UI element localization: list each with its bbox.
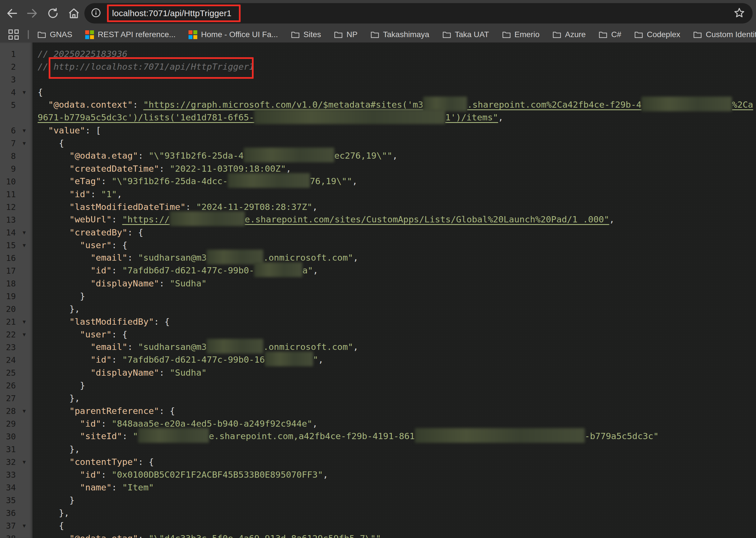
fold-arrow-icon[interactable]: ▾ bbox=[16, 226, 32, 239]
json-punctuation: }, bbox=[38, 444, 80, 454]
forward-arrow-icon bbox=[25, 7, 38, 20]
line-number: 24 bbox=[0, 355, 16, 365]
bookmark-item[interactable]: REST API reference... bbox=[85, 30, 175, 39]
bookmark-label: NP bbox=[347, 30, 357, 39]
fold-arrow-icon[interactable]: ▾ bbox=[16, 86, 32, 99]
json-string: "\"93f1b2f6-25da-4 bbox=[149, 150, 244, 160]
code-text: "createdBy": { bbox=[32, 226, 143, 239]
bookmark-item[interactable]: Codeplex bbox=[634, 30, 680, 39]
line-number: 17 bbox=[0, 266, 16, 276]
home-button[interactable] bbox=[65, 4, 83, 23]
json-punctuation: : bbox=[127, 342, 138, 351]
code-line: 23 "email": "sudharsan@m3.onmicrosoft.co… bbox=[0, 341, 756, 353]
redaction-blur bbox=[415, 428, 585, 443]
code-text: "eTag": "\"93f1b2f6-25da-4dcc-76,19\"", bbox=[32, 174, 357, 189]
code-line: 19 } bbox=[0, 290, 756, 302]
comment-highlight-box bbox=[49, 57, 254, 79]
fold-arrow-icon[interactable]: ▾ bbox=[16, 519, 32, 532]
code-line: 6▾ "value": [ bbox=[0, 124, 756, 137]
bookmark-item[interactable]: GNAS bbox=[37, 30, 72, 39]
json-link[interactable]: 9671-b779a5c5dc3c')/lists('1ed1d781-6f65… bbox=[38, 112, 254, 122]
json-key: "siteId" bbox=[80, 431, 122, 441]
refresh-button[interactable] bbox=[44, 4, 62, 23]
json-punctuation: : { bbox=[159, 406, 175, 416]
json-link[interactable]: "https://graph.microsoft.com/v1.0/$metad… bbox=[143, 99, 423, 109]
json-punctuation: : bbox=[122, 431, 133, 441]
fold-arrow-icon[interactable]: ▾ bbox=[16, 137, 32, 150]
redaction-blur bbox=[207, 339, 263, 353]
line-number: 18 bbox=[0, 279, 16, 289]
json-link[interactable]: "https:// bbox=[122, 214, 170, 224]
json-link[interactable]: .sharepoint.com%2Ca42fb4ce-f29b-4 bbox=[467, 99, 641, 109]
code-text: "contentType": { bbox=[32, 456, 154, 468]
json-key: "id" bbox=[80, 469, 101, 480]
bookmark-item[interactable]: Takashimaya bbox=[370, 30, 429, 39]
fold-arrow-icon[interactable]: ▾ bbox=[16, 315, 32, 328]
apps-grid-icon[interactable] bbox=[9, 29, 19, 40]
code-line: 11 "id": "1", bbox=[0, 188, 756, 200]
line-number: 34 bbox=[0, 483, 16, 492]
json-punctuation: : bbox=[138, 533, 149, 538]
code-text: "id": "7afdb6d7-d621-477c-99b0-a", bbox=[32, 263, 318, 278]
code-text: "parentReference": { bbox=[32, 404, 175, 417]
json-punctuation: , bbox=[312, 418, 318, 429]
bookmark-label: Taka UAT bbox=[455, 30, 489, 39]
fold-arrow-icon[interactable]: ▾ bbox=[16, 328, 32, 341]
fold-arrow-icon[interactable]: ▾ bbox=[16, 124, 32, 137]
code-text: { bbox=[32, 519, 64, 532]
url-bar[interactable]: localhost:7071/api/HttpTrigger1 bbox=[84, 3, 753, 24]
bookmark-item[interactable]: Home - Office UI Fa... bbox=[189, 30, 278, 39]
bookmark-page-button[interactable] bbox=[732, 6, 747, 21]
bookmark-label: Codeplex bbox=[647, 30, 680, 39]
line-number: 4 bbox=[0, 87, 16, 97]
back-button[interactable] bbox=[3, 4, 22, 23]
bookmark-item[interactable]: Azure bbox=[552, 30, 586, 39]
line-number: 38 bbox=[0, 534, 16, 538]
code-line: 34 "name": "Item" bbox=[0, 481, 756, 494]
json-link[interactable]: 1')/items" bbox=[445, 112, 498, 122]
code-line: 32▾ "contentType": { bbox=[0, 456, 756, 468]
bookmark-item[interactable]: C# bbox=[599, 30, 621, 39]
json-link[interactable]: e.sharepoint.com/sites/CustomApps/Lists/… bbox=[245, 214, 609, 224]
code-line: 18 "displayName": "Sudha" bbox=[0, 277, 756, 290]
json-punctuation: }, bbox=[38, 393, 80, 403]
url-text[interactable]: localhost:7071/api/HttpTrigger1 bbox=[112, 9, 231, 18]
json-punctuation: , bbox=[353, 252, 358, 262]
bookmark-label: Custom Identity Pr... bbox=[706, 30, 756, 39]
forward-button[interactable] bbox=[23, 4, 41, 23]
info-icon bbox=[90, 7, 102, 20]
line-number: 21 bbox=[0, 317, 16, 327]
code-line: 36 }, bbox=[0, 507, 756, 519]
json-punctuation bbox=[38, 482, 80, 492]
line-number: 1 bbox=[0, 49, 16, 59]
json-punctuation: , bbox=[312, 202, 318, 212]
json-punctuation: , bbox=[609, 214, 614, 224]
folder-icon bbox=[291, 31, 300, 38]
redaction-blur bbox=[228, 173, 310, 188]
json-link[interactable]: %2Ca bbox=[732, 99, 753, 109]
bookmark-item[interactable]: Custom Identity Pr... bbox=[693, 30, 756, 39]
page-info-button[interactable] bbox=[88, 5, 104, 22]
json-punctuation: : { bbox=[138, 457, 154, 467]
json-punctuation bbox=[38, 431, 80, 441]
json-punctuation bbox=[38, 189, 70, 199]
json-key: "user" bbox=[80, 329, 112, 340]
json-punctuation bbox=[38, 342, 91, 351]
bookmark-item[interactable]: NP bbox=[334, 30, 357, 39]
line-number: 33 bbox=[0, 470, 16, 480]
folder-icon bbox=[370, 31, 379, 38]
code-line: 13 "webUrl": "https://e.sharepoint.com/s… bbox=[0, 213, 756, 226]
redaction-blur bbox=[254, 109, 445, 124]
fold-arrow-icon[interactable]: ▾ bbox=[16, 404, 32, 417]
code-text: "@odata.etag": "\"93f1b2f6-25da-4ec276,1… bbox=[32, 149, 398, 163]
json-punctuation: : bbox=[101, 469, 112, 480]
fold-arrow-icon[interactable]: ▾ bbox=[16, 239, 32, 251]
bookmark-item[interactable]: Sites bbox=[291, 30, 321, 39]
code-line: 27 }, bbox=[0, 392, 756, 404]
code-line: 26 } bbox=[0, 379, 756, 392]
bookmark-item[interactable]: Emerio bbox=[502, 30, 540, 39]
line-number: 8 bbox=[0, 151, 16, 161]
fold-arrow-icon[interactable]: ▾ bbox=[16, 456, 32, 468]
bookmark-item[interactable]: Taka UAT bbox=[443, 30, 489, 39]
json-string: "0x0100DB5C02F1F2ACBF45B533B0E895070FF3" bbox=[112, 469, 323, 480]
